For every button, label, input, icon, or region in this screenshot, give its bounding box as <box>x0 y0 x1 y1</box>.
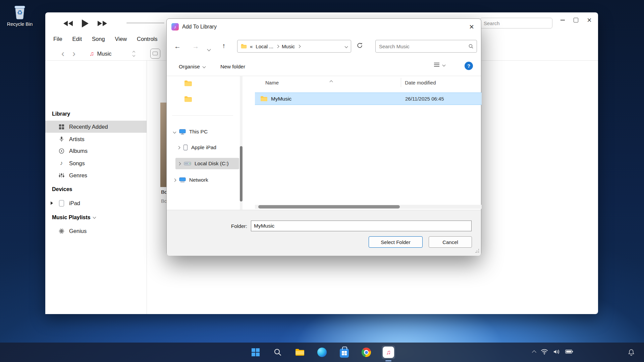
chevron-down-icon[interactable] <box>93 216 96 219</box>
dialog-footer: Folder: Select Folder Cancel <box>167 210 481 256</box>
column-separator[interactable] <box>401 78 401 87</box>
sidebar-item-songs[interactable]: ♪ Songs <box>45 157 147 169</box>
new-folder-label: New folder <box>220 64 245 70</box>
grid-icon <box>58 124 65 130</box>
expander-icon[interactable] <box>173 178 176 182</box>
volume-icon[interactable] <box>553 349 560 356</box>
wifi-icon[interactable] <box>541 349 548 356</box>
up-button[interactable]: ↑ <box>222 42 225 49</box>
breadcrumb-collapse[interactable]: « <box>250 44 253 49</box>
chevron-right-icon[interactable] <box>276 45 279 48</box>
tree-apple-ipad[interactable]: Apple iPad <box>177 142 216 153</box>
file-row-mymusic[interactable]: MyMusic 26/11/2025 06:45 <box>255 93 482 105</box>
back-button[interactable]: ← <box>174 43 181 50</box>
breadcrumb-root[interactable]: Local ... <box>256 44 273 49</box>
recycle-bin[interactable]: ♻ Recycle Bin <box>6 3 34 27</box>
tree-folder-item[interactable] <box>184 93 192 105</box>
expander-icon[interactable] <box>173 130 176 133</box>
expander-icon[interactable] <box>178 162 181 165</box>
dialog-search-input[interactable] <box>376 40 469 52</box>
chevron-right-icon[interactable] <box>298 45 301 48</box>
column-date-modified[interactable]: Date modified <box>405 80 436 85</box>
menu-controls[interactable]: Controls <box>137 36 157 42</box>
tree-network[interactable]: Network <box>173 174 208 186</box>
microphone-icon <box>58 136 65 142</box>
close-button[interactable]: × <box>584 15 595 25</box>
network-icon <box>179 177 186 183</box>
battery-icon[interactable] <box>565 349 573 355</box>
app-search-input[interactable] <box>480 18 552 28</box>
library-selector[interactable]: ♫ Music <box>90 50 135 57</box>
play-button[interactable] <box>81 19 90 28</box>
file-explorer-button[interactable] <box>293 346 307 359</box>
sort-ascending-icon <box>330 78 332 84</box>
list-horizontal-scrollbar[interactable] <box>255 205 482 209</box>
sidebar-item-genius[interactable]: Genius <box>45 225 147 237</box>
nav-back-button[interactable]: ‹ <box>57 49 68 58</box>
dialog-close-button[interactable]: × <box>466 22 477 32</box>
volume-slider[interactable] <box>126 22 164 23</box>
sidebar-item-recently-added[interactable]: Recently Added <box>45 121 147 133</box>
breadcrumb-bar[interactable]: « Local ... Music <box>237 40 351 53</box>
rewind-button[interactable] <box>63 20 73 27</box>
menu-song[interactable]: Song <box>92 36 105 42</box>
expander-icon[interactable] <box>177 146 180 149</box>
sidebar-item-ipad[interactable]: iPad <box>45 197 147 209</box>
devices-header: Devices <box>52 186 72 192</box>
scrollbar-thumb[interactable] <box>258 205 400 208</box>
atom-icon <box>58 228 65 234</box>
edge-button[interactable] <box>315 346 329 359</box>
menu-file[interactable]: File <box>53 36 62 42</box>
add-to-library-dialog: ♪ Add To Library × ← → ↑ « Local ... Mus… <box>166 18 481 255</box>
view-options-button[interactable] <box>434 62 445 67</box>
cancel-button[interactable]: Cancel <box>429 236 472 248</box>
scrollbar-thumb[interactable] <box>240 146 243 201</box>
nav-forward-button[interactable]: › <box>68 49 79 58</box>
minimize-button[interactable] <box>557 15 568 25</box>
refresh-button[interactable] <box>357 42 363 50</box>
tree-this-pc[interactable]: This PC <box>173 126 208 137</box>
sidebar-item-albums[interactable]: Albums <box>45 145 147 157</box>
organise-menu[interactable]: Organise <box>179 62 205 72</box>
tree-scrollbar[interactable] <box>240 76 243 210</box>
recent-locations-button[interactable] <box>208 45 210 52</box>
breadcrumb-dropdown-icon[interactable] <box>345 45 347 48</box>
column-name[interactable]: Name <box>265 80 279 85</box>
notifications-button[interactable] <box>624 346 639 359</box>
store-button[interactable] <box>337 346 351 359</box>
maximize-button[interactable] <box>571 15 581 25</box>
tree-local-disk[interactable]: Local Disk (C:) <box>175 158 239 169</box>
tree-folder-item[interactable] <box>184 77 192 89</box>
album-art[interactable] <box>160 103 167 187</box>
menu-edit[interactable]: Edit <box>72 36 82 42</box>
drive-icon <box>184 162 191 166</box>
sidebar-item-label: Genres <box>69 172 87 179</box>
forward-button[interactable] <box>97 20 108 27</box>
store-icon <box>340 349 349 358</box>
forward-button[interactable]: → <box>192 43 199 50</box>
expander-icon[interactable] <box>51 201 53 205</box>
resize-grip[interactable] <box>475 248 479 254</box>
sidebar-item-genres[interactable]: Genres <box>45 169 147 181</box>
music-app-button[interactable]: ♫ <box>382 346 395 359</box>
start-button[interactable] <box>249 346 262 359</box>
sidebar-item-artists[interactable]: Artists <box>45 133 147 145</box>
organise-label: Organise <box>179 64 200 70</box>
chrome-button[interactable] <box>360 346 373 359</box>
new-folder-button[interactable]: New folder <box>220 62 245 72</box>
menu-view[interactable]: View <box>115 36 127 42</box>
folder-name-input[interactable] <box>251 221 472 231</box>
sidebar-item-label: iPad <box>69 200 80 206</box>
recycle-bin-label: Recycle Bin <box>6 21 34 27</box>
breadcrumb-current[interactable]: Music <box>282 44 295 49</box>
windows-logo-icon <box>251 348 260 357</box>
miniplayer-icon[interactable] <box>150 49 160 59</box>
dialog-title-bar[interactable]: ♪ Add To Library × <box>167 19 481 35</box>
dialog-title: Add To Library <box>182 19 217 35</box>
chrome-icon <box>362 348 371 357</box>
help-button[interactable]: ? <box>465 62 473 70</box>
file-date-modified: 26/11/2025 06:45 <box>405 96 444 102</box>
select-folder-button[interactable]: Select Folder <box>369 236 423 248</box>
tray-overflow-button[interactable] <box>533 349 536 355</box>
taskbar-search-button[interactable] <box>271 346 284 359</box>
